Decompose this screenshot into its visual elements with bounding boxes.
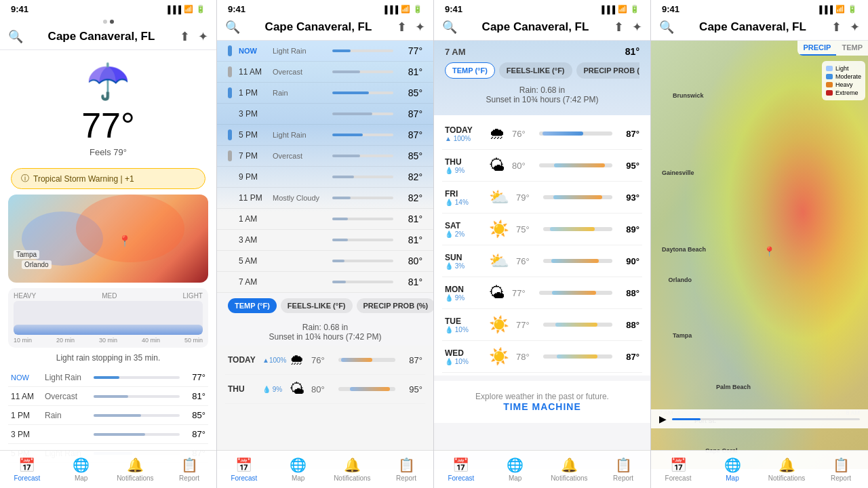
search-icon-4[interactable]: 🔍 [659, 20, 674, 35]
wifi-icon-2: 📶 [401, 5, 410, 14]
map-icon-2: 🌐 [290, 457, 307, 473]
nav-map-4[interactable]: 🌐 Map [705, 451, 760, 488]
nav-map-2[interactable]: 🌐 Map [271, 451, 326, 488]
search-icon-2[interactable]: 🔍 [225, 20, 240, 35]
s2-tab-precip[interactable]: PRECIP PROB (%) [357, 298, 433, 313]
nav-label-forecast-1: Forecast [14, 474, 40, 482]
wifi-icon-4: 📶 [835, 5, 845, 14]
s3-bar-tue [543, 323, 612, 327]
phone-screen-4: 9:41 ▐▐▐ 📶 🔋 🔍 Cape Canaveral, FL ⬆ ✦ Br… [651, 0, 868, 488]
nav-forecast-3[interactable]: 📅 Forecast [434, 451, 488, 488]
share-icon-4[interactable]: ⬆ [831, 20, 842, 35]
nav-notifications-1[interactable]: 🔔 Notifications [108, 451, 163, 488]
s3-bar-thu [539, 163, 612, 167]
hourly-list: NOW Light Rain 77° 11 AM Overcast 81° 1 … [0, 368, 216, 463]
map-label-tampa: Tampa [14, 250, 39, 259]
radar-map[interactable]: Brunswick Gainesville Daytona Beach Orla… [651, 41, 868, 469]
s3-tab-temp[interactable]: TEMP (°F) [445, 62, 495, 79]
search-icon-3[interactable]: 🔍 [442, 20, 457, 35]
timeline-track[interactable] [672, 418, 860, 420]
header-2: 🔍 Cape Canaveral, FL ⬆ ✦ [217, 17, 433, 41]
s3-icon-mon: 🌤 [489, 283, 505, 302]
s2-tab-temp[interactable]: TEMP (°F) [228, 298, 277, 313]
nav-report-3[interactable]: 📋 Report [596, 451, 650, 488]
s2-row-now: NOW Light Rain 77° [217, 41, 433, 62]
map-label-orlando-4: Orlando [669, 277, 692, 283]
search-icon-1[interactable]: 🔍 [8, 29, 23, 44]
settings-icon-1[interactable]: ✦ [198, 29, 208, 44]
h-temp-3pm: 87° [185, 429, 205, 439]
s2-time-1am: 1 AM [239, 214, 267, 224]
nav-report-4[interactable]: 📋 Report [814, 451, 868, 488]
location-4: Cape Canaveral, FL [699, 20, 806, 34]
settings-icon-4[interactable]: ✦ [850, 20, 860, 35]
s2-sidebar-5pm [228, 129, 232, 140]
nav-map-3[interactable]: 🌐 Map [488, 451, 542, 488]
nav-notifications-3[interactable]: 🔔 Notifications [542, 451, 597, 488]
h-bar-11am [94, 395, 180, 398]
legend-color-extreme [826, 90, 833, 96]
timeline-progress [672, 418, 701, 420]
s3-daily-today: TODAY ▲ 100% 🌧 76° 87° [442, 118, 642, 150]
alert-banner[interactable]: ⓘ Tropical Storm Warning | +1 [11, 168, 205, 189]
nav-forecast-4[interactable]: 📅 Forecast [651, 451, 705, 488]
status-icons-4: ▐▐▐ 📶 🔋 [817, 5, 857, 14]
s3-daily-sat: SAT 💧 2% ☀️ 75° 89° [442, 214, 642, 245]
s2-pct-today: ▲100% [262, 357, 283, 364]
share-icon-3[interactable]: ⬆ [614, 20, 624, 35]
s3-icon-today: 🌧 [489, 124, 505, 143]
s2-day-today: TODAY [228, 355, 258, 365]
status-bar-4: 9:41 ▐▐▐ 📶 🔋 [651, 0, 868, 17]
settings-icon-2[interactable]: ✦ [415, 20, 425, 35]
nav-report-2[interactable]: 📋 Report [379, 451, 433, 488]
s2-bar-7pm [332, 155, 393, 157]
s2-rain-info: Rain: 0.68 in [221, 323, 429, 332]
s2-icon-today: 🌧 [290, 351, 304, 369]
alert-icon: ⓘ [21, 173, 29, 184]
s2-time-9pm: 9 PM [239, 172, 267, 182]
signal-icon-1: ▐▐▐ [165, 5, 181, 14]
s3-rain-info: Rain: 0.68 in [445, 85, 639, 95]
share-icon-1[interactable]: ⬆ [180, 29, 190, 44]
s3-day-pct-mon: 💧 9% [445, 294, 482, 302]
nav-notifications-4[interactable]: 🔔 Notifications [760, 451, 814, 488]
forecast-icon-3: 📅 [452, 457, 469, 473]
settings-icon-3[interactable]: ✦ [632, 20, 642, 35]
s3-day-pct-fri: 💧 14% [445, 199, 482, 206]
s2-tab-feels[interactable]: FEELS-LIKE (°F) [281, 298, 353, 313]
s3-tab-precip[interactable]: PRECIP PROB (%) [576, 62, 639, 79]
nav-label-notif-4: Notifications [768, 474, 805, 482]
nav-forecast-1[interactable]: 📅 Forecast [0, 451, 54, 488]
s3-bar-fri [543, 195, 612, 199]
s2-icon-thu: 🌤 [290, 380, 304, 398]
s4-tab-temp[interactable]: TEMP [836, 41, 868, 56]
nav-forecast-2[interactable]: 📅 Forecast [217, 451, 271, 488]
bottom-nav-3: 📅 Forecast 🌐 Map 🔔 Notifications 📋 Repor… [434, 450, 650, 488]
s3-day-info-today: TODAY ▲ 100% [445, 125, 482, 142]
mini-map[interactable]: Orlando Tampa 📍 [8, 195, 208, 283]
s3-low-thu: 80° [512, 161, 531, 171]
share-icon-2[interactable]: ⬆ [397, 20, 407, 35]
s3-low-tue: 77° [516, 320, 535, 330]
s2-low-today: 76° [311, 355, 332, 365]
nav-report-1[interactable]: 📋 Report [162, 451, 216, 488]
nav-label-notif-1: Notifications [117, 474, 153, 482]
h-time-3pm: 3 PM [11, 430, 45, 439]
s3-high-mon: 88° [620, 288, 639, 298]
s3-icon-fri: ⛅ [489, 188, 509, 207]
s4-tab-precip[interactable]: PRECIP [797, 41, 836, 56]
s2-cond-now: Light Rain [273, 47, 327, 55]
map-label-daytona: Daytona Beach [662, 246, 706, 253]
header-icons-4: ⬆ ✦ [831, 20, 860, 35]
time-machine-button[interactable]: TIME MACHINE [445, 401, 639, 412]
battery-icon-3: 🔋 [630, 5, 639, 14]
nav-notifications-2[interactable]: 🔔 Notifications [326, 451, 380, 488]
s2-row-9pm: 9 PM 82° [217, 167, 433, 188]
page-dots-1 [0, 17, 216, 26]
s2-temp-5am: 80° [399, 256, 422, 266]
s3-tab-feels[interactable]: FEELS-LIKE (°F) [499, 62, 572, 79]
play-button[interactable]: ▶ [659, 413, 667, 424]
s2-row-5pm: 5 PM Light Rain 87° [217, 125, 433, 146]
nav-map-1[interactable]: 🌐 Map [54, 451, 108, 488]
h-bar-3pm [94, 433, 180, 436]
